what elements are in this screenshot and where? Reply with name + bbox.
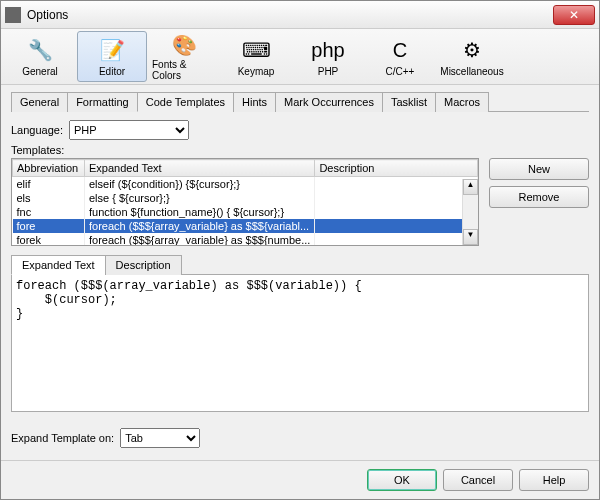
cell-desc [315,191,478,205]
toolbar-label: C/C++ [386,66,415,77]
close-button[interactable]: ✕ [553,5,595,25]
expanded-text-area[interactable]: foreach ($$$(array_variable) as $$$(vari… [11,274,589,412]
cell-abbr: forek [13,233,85,246]
cell-exp: foreach ($$${array_variable} as $$${vari… [85,219,315,233]
editor-tabstrip: GeneralFormattingCode TemplatesHintsMark… [11,91,589,112]
table-row[interactable]: fncfunction ${function_name}() { ${curso… [13,205,478,219]
col-abbreviation[interactable]: Abbreviation [13,160,85,177]
col-description[interactable]: Description [315,160,478,177]
table-row[interactable]: elifelseif (${condition}) {${cursor};} [13,177,478,192]
detail-tabstrip: Expanded TextDescription [11,254,589,274]
tab-macros[interactable]: Macros [435,92,489,112]
language-row: Language: PHP [11,120,589,140]
toolbar-icon: 📝 [98,36,126,64]
toolbar-label: Miscellaneous [440,66,503,77]
table-row[interactable]: forekforeach ($$${array_variable} as $$$… [13,233,478,246]
toolbar-icon: ⌨ [242,36,270,64]
expand-label: Expand Template on: [11,432,114,444]
toolbar-label: Keymap [238,66,275,77]
toolbar-icon: C [386,36,414,64]
toolbar-keymap[interactable]: ⌨Keymap [221,31,291,82]
side-buttons: New Remove [489,158,589,246]
tab-mark-occurrences[interactable]: Mark Occurrences [275,92,383,112]
expand-select[interactable]: Tab [120,428,200,448]
cell-desc [315,177,478,192]
table-row[interactable]: foreforeach ($$${array_variable} as $$${… [13,219,478,233]
toolbar-icon: ⚙ [458,36,486,64]
toolbar-php[interactable]: phpPHP [293,31,363,82]
toolbar-label: Editor [99,66,125,77]
tab-code-templates[interactable]: Code Templates [137,92,234,112]
toolbar-label: PHP [318,66,339,77]
toolbar-general[interactable]: 🔧General [5,31,75,82]
app-icon [5,7,21,23]
toolbar-icon: 🔧 [26,36,54,64]
options-window: Options ✕ 🔧General📝Editor🎨Fonts & Colors… [0,0,600,500]
content-area: GeneralFormattingCode TemplatesHintsMark… [1,85,599,460]
toolbar-label: Fonts & Colors [152,59,216,81]
language-select[interactable]: PHP [69,120,189,140]
window-title: Options [27,8,553,22]
toolbar-editor[interactable]: 📝Editor [77,31,147,82]
language-label: Language: [11,124,63,136]
toolbar-c-c-[interactable]: CC/C++ [365,31,435,82]
templates-label: Templates: [11,144,589,156]
cancel-button[interactable]: Cancel [443,469,513,491]
new-button[interactable]: New [489,158,589,180]
cell-exp: function ${function_name}() { ${cursor};… [85,205,315,219]
col-expanded-text[interactable]: Expanded Text [85,160,315,177]
scroll-up-icon[interactable]: ▲ [463,179,478,195]
tab-hints[interactable]: Hints [233,92,276,112]
remove-button[interactable]: Remove [489,186,589,208]
templates-table[interactable]: AbbreviationExpanded TextDescription eli… [11,158,479,246]
dialog-footer: OK Cancel Help [1,460,599,499]
cell-exp: else { ${cursor};} [85,191,315,205]
expand-template-row: Expand Template on: Tab [11,428,589,448]
cell-exp: elseif (${condition}) {${cursor};} [85,177,315,192]
tab-formatting[interactable]: Formatting [67,92,138,112]
toolbar-icon: php [314,36,342,64]
toolbar-fonts-colors[interactable]: 🎨Fonts & Colors [149,31,219,82]
help-button[interactable]: Help [519,469,589,491]
cell-abbr: els [13,191,85,205]
cell-desc [315,219,478,233]
titlebar: Options ✕ [1,1,599,29]
detail-tab-description[interactable]: Description [105,255,182,275]
detail-tab-expanded-text[interactable]: Expanded Text [11,255,106,275]
table-row[interactable]: elselse { ${cursor};} [13,191,478,205]
cell-abbr: fnc [13,205,85,219]
scroll-down-icon[interactable]: ▼ [463,229,478,245]
cell-exp: foreach ($$${array_variable} as $$${numb… [85,233,315,246]
toolbar-icon: 🎨 [170,33,198,57]
toolbar-label: General [22,66,58,77]
category-toolbar: 🔧General📝Editor🎨Fonts & Colors⌨Keymapphp… [1,29,599,85]
toolbar-miscellaneous[interactable]: ⚙Miscellaneous [437,31,507,82]
tab-general[interactable]: General [11,92,68,112]
ok-button[interactable]: OK [367,469,437,491]
cell-abbr: fore [13,219,85,233]
cell-abbr: elif [13,177,85,192]
cell-desc [315,233,478,246]
table-scrollbar[interactable]: ▲ ▼ [462,179,478,245]
tab-tasklist[interactable]: Tasklist [382,92,436,112]
cell-desc [315,205,478,219]
